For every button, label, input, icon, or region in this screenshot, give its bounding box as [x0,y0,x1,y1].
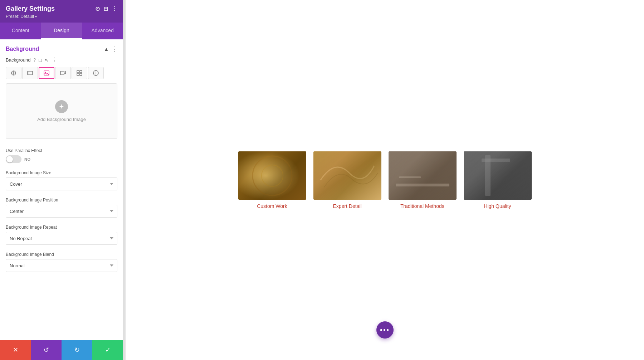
more-icon[interactable]: ⋮ [112,5,117,12]
section-chevron-icon[interactable]: ▲ [104,46,109,52]
columns-icon[interactable]: ⊟ [103,5,108,12]
bg-position-row: Background Image Position Center Top Lef… [0,194,123,221]
gallery-image-2 [313,151,381,200]
bg-image-area[interactable]: + Add Background Image [6,83,117,139]
bg-position-label: Background Image Position [6,198,117,203]
save-icon: ✓ [105,346,111,354]
bg-device-icon[interactable]: □ [39,57,42,63]
bg-size-label: Background Image Size [6,170,117,175]
bg-type-mask-btn[interactable] [88,67,104,79]
bg-repeat-select[interactable]: No Repeat Repeat Repeat X Repeat Y Space… [6,232,117,245]
tab-design[interactable]: Design [41,23,82,39]
preset-arrow: ▾ [35,15,37,19]
sidebar-footer: ✕ ↺ ↻ ✓ [0,340,123,360]
parallax-toggle-state: NO [24,157,31,161]
gallery-label-2: Expert Detail [333,203,361,209]
bg-repeat-row: Background Image Repeat No Repeat Repeat… [0,221,123,248]
bg-position-select[interactable]: Center Top Left Top Center Top Right Cen… [6,205,117,218]
section-title: Background [6,46,39,52]
main-content: Custom Work Expert Detail [126,0,644,360]
sidebar-tabs: Content Design Advanced [0,23,123,39]
svg-rect-6 [77,70,79,73]
redo-icon: ↻ [74,346,80,354]
bg-type-row [0,67,123,83]
section-header-right: ▲ ⋮ [104,45,117,53]
sidebar-preset[interactable]: Preset: Default ▾ [6,14,117,19]
bg-type-video-btn[interactable] [55,67,71,79]
gallery-item-4[interactable]: High Quality [464,151,532,209]
parallax-toggle[interactable] [6,155,21,163]
gallery-image-3 [389,151,457,200]
svg-point-4 [45,72,46,73]
tab-content[interactable]: Content [0,23,41,39]
toggle-knob [6,156,13,162]
bg-type-image-btn[interactable] [39,67,54,79]
bg-add-circle-icon: + [55,100,68,113]
bg-repeat-label: Background Image Repeat [6,225,117,230]
fab-button[interactable]: ••• [376,321,394,339]
parallax-row: Use Parallax Effect NO [0,145,123,167]
sidebar: Gallery Settings ⊙ ⊟ ⋮ Preset: Default ▾… [0,0,123,360]
gallery-image-4 [464,151,532,200]
gallery-image-1 [238,151,306,200]
gallery-item-1[interactable]: Custom Work [238,151,306,209]
bg-blend-select[interactable]: Normal Multiply Screen Overlay Darken Li… [6,259,117,272]
gallery-item-3[interactable]: Traditional Methods [389,151,457,209]
svg-rect-5 [60,71,64,75]
save-button[interactable]: ✓ [92,340,123,360]
gallery-label-4: High Quality [484,203,511,209]
bg-size-row: Background Image Size Cover Contain Auto… [0,167,123,194]
sidebar-body: Background ▲ ⋮ Background ? □ ↖ ⋮ [0,39,123,360]
parallax-label: Use Parallax Effect [6,148,117,153]
sidebar-header: Gallery Settings ⊙ ⊟ ⋮ Preset: Default ▾ [0,0,123,23]
svg-rect-7 [80,70,82,73]
bg-size-select[interactable]: Cover Contain Auto Custom [6,177,117,190]
svg-rect-19 [482,159,510,162]
undo-button[interactable]: ↺ [31,340,62,360]
sidebar-title-row: Gallery Settings ⊙ ⊟ ⋮ [6,5,117,13]
bg-label: Background [6,57,30,63]
parallax-toggle-row: NO [6,155,117,163]
bg-help-icon[interactable]: ? [33,58,36,63]
bg-type-color-btn[interactable] [6,67,21,79]
close-button[interactable]: ✕ [0,340,31,360]
bg-cursor-icon[interactable]: ↖ [45,57,49,63]
tab-advanced[interactable]: Advanced [82,23,123,39]
sidebar-header-icons: ⊙ ⊟ ⋮ [95,5,117,12]
fab-dots-icon: ••• [380,326,390,334]
redo-button[interactable]: ↻ [62,340,92,360]
bg-blend-label: Background Image Blend [6,252,117,257]
section-more-icon[interactable]: ⋮ [111,45,117,53]
gallery-item-2[interactable]: Expert Detail [313,151,381,209]
gallery-grid: Custom Work Expert Detail [238,151,532,209]
close-icon: ✕ [13,346,18,354]
bg-more-icon[interactable]: ⋮ [52,57,58,63]
section-header: Background ▲ ⋮ [0,39,123,57]
sidebar-title-text: Gallery Settings [6,5,55,13]
bg-type-pattern-btn[interactable] [72,67,87,79]
bg-type-gradient-btn[interactable] [22,67,38,79]
bg-blend-row: Background Image Blend Normal Multiply S… [0,248,123,276]
svg-rect-16 [399,176,421,178]
svg-rect-14 [389,151,457,200]
bg-add-label: Add Background Image [37,117,86,122]
bg-label-row: Background ? □ ↖ ⋮ [0,57,123,67]
svg-rect-10 [238,151,306,200]
undo-icon: ↺ [44,346,49,354]
svg-rect-9 [80,73,82,76]
svg-rect-8 [77,73,79,76]
gallery-label-3: Traditional Methods [400,203,444,209]
settings-icon[interactable]: ⊙ [95,5,100,12]
svg-rect-15 [396,184,449,186]
preset-label: Preset: Default [6,14,34,19]
svg-rect-1 [28,71,33,75]
gallery-label-1: Custom Work [257,203,287,209]
